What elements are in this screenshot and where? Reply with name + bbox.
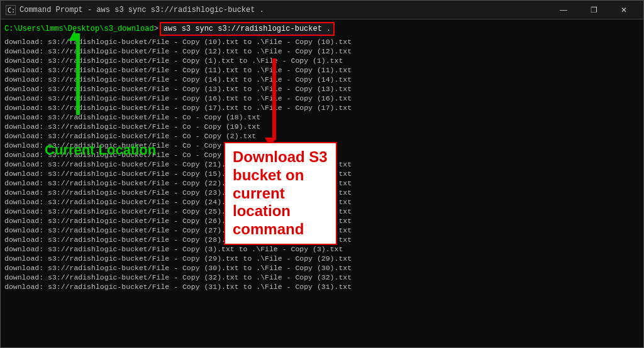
download-line: download: s3://radishlogic-bucket/File -… bbox=[4, 188, 640, 197]
download-line: download: s3://radishlogic-bucket/File -… bbox=[4, 46, 640, 56]
download-line: download: s3://radishlogic-bucket/File -… bbox=[4, 103, 640, 112]
minimize-button[interactable]: — bbox=[549, 1, 578, 19]
download-line: download: s3://radishlogic-bucket/File -… bbox=[4, 235, 640, 244]
download-line: download: s3://radishlogic-bucket/File -… bbox=[4, 178, 640, 188]
prompt-line: C:\Users\lmms\Desktop\s3_download > aws … bbox=[4, 22, 640, 36]
svg-text:C:\: C:\ bbox=[8, 7, 15, 14]
title-bar: C:\ Command Prompt - aws s3 sync s3://ra… bbox=[1, 1, 643, 19]
download-line: download: s3://radishlogic-bucket/File -… bbox=[4, 244, 640, 254]
download-line: download: s3://radishlogic-bucket/File -… bbox=[4, 263, 640, 273]
download-line: download: s3://radishlogic-bucket/File -… bbox=[4, 122, 640, 131]
download-line: download: s3://radishlogic-bucket/File -… bbox=[4, 94, 640, 103]
download-line: download: s3://radishlogic-bucket/File -… bbox=[4, 75, 640, 84]
download-line: download: s3://radishlogic-bucket/File -… bbox=[4, 131, 640, 141]
download-line: download: s3://radishlogic-bucket/File -… bbox=[4, 84, 640, 94]
maximize-button[interactable]: ❐ bbox=[579, 1, 608, 19]
download-line: download: s3://radishlogic-bucket/File -… bbox=[4, 254, 640, 263]
download-line: download: s3://radishlogic-bucket/File -… bbox=[4, 169, 640, 178]
prompt-separator: > bbox=[154, 24, 158, 34]
window-controls: — ❐ ✕ bbox=[549, 1, 638, 19]
download-line: download: s3://radishlogic-bucket/File -… bbox=[4, 65, 640, 75]
title-bar-left: C:\ Command Prompt - aws s3 sync s3://ra… bbox=[6, 5, 264, 15]
download-line: download: s3://radishlogic-bucket/File -… bbox=[4, 112, 640, 122]
terminal-body: C:\Users\lmms\Desktop\s3_download > aws … bbox=[1, 19, 643, 347]
prompt-path: C:\Users\lmms\Desktop\s3_download bbox=[4, 24, 154, 34]
download-line: download: s3://radishlogic-bucket/File -… bbox=[4, 197, 640, 207]
download-line: download: s3://radishlogic-bucket/File -… bbox=[4, 207, 640, 216]
terminal-content: C:\Users\lmms\Desktop\s3_download > aws … bbox=[4, 22, 640, 291]
download-line: download: s3://radishlogic-bucket/File -… bbox=[4, 37, 640, 46]
download-line: download: s3://radishlogic-bucket/File -… bbox=[4, 226, 640, 235]
close-button[interactable]: ✕ bbox=[609, 1, 638, 19]
download-line: download: s3://radishlogic-bucket/File -… bbox=[4, 160, 640, 169]
cmd-icon: C:\ bbox=[6, 5, 16, 15]
download-line: download: s3://radishlogic-bucket/File -… bbox=[4, 150, 640, 160]
download-line: download: s3://radishlogic-bucket/File -… bbox=[4, 282, 640, 291]
download-line: download: s3://radishlogic-bucket/File -… bbox=[4, 141, 640, 150]
window: C:\ Command Prompt - aws s3 sync s3://ra… bbox=[0, 0, 644, 348]
download-line: download: s3://radishlogic-bucket/File -… bbox=[4, 216, 640, 226]
download-line: download: s3://radishlogic-bucket/File -… bbox=[4, 273, 640, 282]
window-title: Command Prompt - aws s3 sync s3://radish… bbox=[19, 6, 264, 14]
download-lines: download: s3://radishlogic-bucket/File -… bbox=[4, 37, 640, 291]
download-line: download: s3://radishlogic-bucket/File -… bbox=[4, 56, 640, 65]
prompt-command: aws s3 sync s3://radishlogic-bucket . bbox=[160, 22, 335, 36]
